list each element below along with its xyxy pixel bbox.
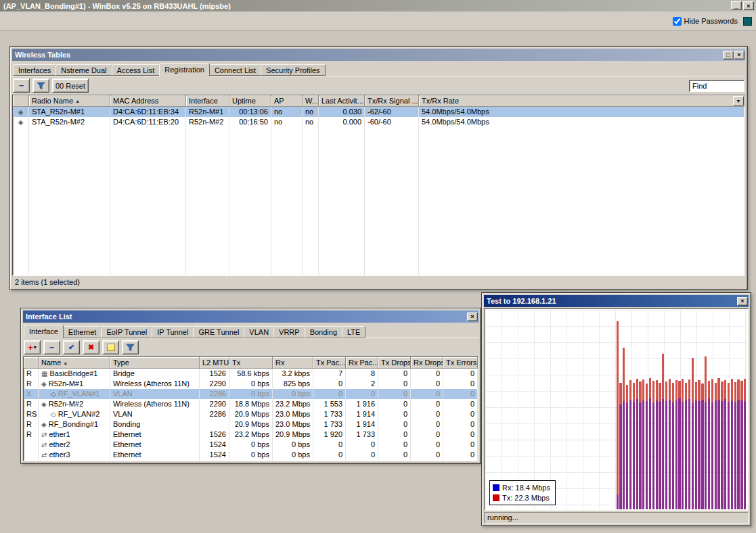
column-rx[interactable]: Rx [273, 357, 313, 368]
column-tx-errors[interactable]: Tx Errors [443, 357, 478, 368]
tab-interface[interactable]: Interface [24, 325, 64, 338]
tx-drops-cell: 0 [378, 369, 411, 379]
wireless-toolbar: − 00 Reset [12, 76, 745, 95]
column-uptime[interactable]: Uptime [229, 95, 271, 106]
rx-drops-cell: 0 [411, 430, 443, 440]
registration-row[interactable]: ◈ STA_R52n-M#1 D4:CA:6D:11:EB:34 R52n-M#… [13, 107, 744, 117]
column-tx[interactable]: Tx [229, 357, 273, 368]
interface-row[interactable]: X ◇RF_VLAN#1 VLAN 2286 0 bps 0 bps 0 0 0… [24, 389, 478, 399]
column-rate[interactable]: Tx/Rx Rate [419, 95, 744, 106]
tx-errors-cell [443, 460, 478, 461]
interface-toolbar: +▾ − ✔ ✖ [23, 338, 479, 356]
column-mac-address[interactable]: MAC Address [110, 95, 186, 106]
test-title-bar[interactable]: Test to 192.168.1.21 × [484, 295, 749, 307]
tab-registration[interactable]: Registration [159, 63, 210, 76]
disable-button[interactable]: ✖ [83, 340, 99, 354]
column-rx-packet[interactable]: Rx Pac... [346, 357, 378, 368]
interface-row[interactable]: R ◈R52n-M#1 Wireless (Atheros 11N) 2290 … [24, 379, 478, 389]
plus-icon: + [28, 344, 33, 352]
interface-title-bar[interactable]: Interface List × [23, 310, 479, 323]
tab-nstreme-dual[interactable]: Nstreme Dual [55, 64, 112, 76]
graph-bar [731, 400, 733, 509]
close-icon[interactable]: × [734, 51, 744, 60]
graph-bar [728, 402, 730, 509]
tab-lte[interactable]: LTE [342, 326, 365, 338]
column-tx-packet[interactable]: Tx Pac... [313, 357, 346, 368]
wireless-tabs: Interfaces Nstreme Dual Access List Regi… [12, 62, 745, 76]
test-status-bar: running... [484, 512, 749, 524]
interface-row[interactable]: R ⇄ether1 Ethernet 1526 23.2 Mbps 20.9 M… [24, 430, 478, 440]
tab-vrrp[interactable]: VRRP [273, 326, 305, 338]
enable-button[interactable]: ✔ [63, 340, 80, 354]
comment-icon [107, 344, 115, 351]
column-signal[interactable]: Tx/Rx Signal ... [365, 95, 419, 106]
comment-button[interactable] [102, 340, 119, 354]
column-rx-drops[interactable]: Rx Drops [411, 357, 443, 368]
tab-connect-list[interactable]: Connect List [209, 64, 261, 76]
tab-interfaces[interactable]: Interfaces [13, 64, 56, 76]
ethernet-icon: ⇄ [41, 451, 47, 459]
minimize-button[interactable]: _ [731, 1, 742, 10]
column-select-button[interactable]: ▼ [733, 96, 744, 106]
status-indicator-icon [743, 17, 752, 26]
column-tx-drops[interactable]: Tx Drops [378, 357, 411, 368]
filter-button[interactable] [122, 340, 139, 354]
tab-ip-tunnel[interactable]: IP Tunnel [152, 326, 194, 338]
tab-gre-tunnel[interactable]: GRE Tunnel [193, 326, 244, 338]
column-wds[interactable]: W... [303, 95, 319, 106]
column-interface[interactable]: Interface [186, 95, 229, 106]
flag-cell: R [24, 379, 39, 389]
rx-drops-cell: 0 [411, 389, 443, 399]
wireless-tables-window: Wireless Tables □ × Interfaces Nstreme D… [9, 46, 748, 290]
uptime-cell: 00:13:06 [229, 107, 271, 117]
registration-row[interactable]: ◈ STA_R52n-M#2 D4:CA:6D:11:EB:20 R52n-M#… [13, 117, 744, 127]
funnel-icon [126, 343, 135, 352]
tab-bonding[interactable]: Bonding [305, 326, 342, 338]
rx-cell: 0 bps [273, 389, 313, 399]
tab-vlan[interactable]: VLAN [244, 326, 274, 338]
sort-asc-icon: ▲ [63, 361, 68, 365]
name-cell: ◇RF_VLAN#1 [39, 389, 110, 399]
interface-title: Interface List [26, 312, 467, 321]
close-button[interactable]: × [743, 1, 754, 10]
close-icon[interactable]: × [467, 312, 478, 321]
column-type[interactable]: Type [110, 357, 200, 368]
add-button[interactable]: +▾ [24, 340, 41, 354]
interface-row[interactable]: ⇄ether3 Ethernet 1524 0 bps 0 bps 0 0 0 … [24, 450, 478, 460]
graph-bar [623, 401, 625, 509]
legend-rx: Rx: 18.4 Mbps [493, 482, 550, 492]
column-l2mtu[interactable]: L2 MTU [200, 357, 229, 368]
column-radio-name[interactable]: Radio Name▲ [29, 95, 110, 106]
remove-button[interactable]: − [43, 340, 60, 354]
tab-access-list[interactable]: Access List [112, 64, 160, 76]
hide-passwords-checkbox[interactable] [673, 17, 682, 26]
column-last-activity[interactable]: Last Activit... [319, 95, 365, 106]
column-ap[interactable]: AP [271, 95, 303, 106]
filter-button[interactable] [32, 78, 49, 93]
interface-table: Name▲ Type L2 MTU Tx Rx Tx Pac... Rx Pac… [23, 356, 479, 461]
reset-counters-button[interactable]: 00 Reset [52, 78, 89, 93]
interface-row[interactable]: R ◈RF_Bonding#1 Bonding 20.9 Mbps 23.0 M… [24, 419, 478, 430]
app-title-bar[interactable]: (AP_VLAN_Bonding#1) - WinBox v5.25 on RB… [0, 0, 756, 11]
interface-row[interactable]: ⇄ether2 Ethernet 1524 0 bps 0 bps 0 0 0 … [24, 440, 478, 450]
uptime-cell [229, 127, 271, 275]
rx-packet-cell: 8 [346, 369, 378, 379]
graph-bar [659, 402, 661, 509]
column-name[interactable]: Name▲ [39, 357, 110, 368]
legend-tx: Tx: 22.3 Mbps [493, 492, 550, 503]
wireless-title-bar[interactable]: Wireless Tables □ × [12, 49, 745, 61]
close-icon[interactable]: × [737, 297, 748, 306]
flag-cell: R [24, 430, 39, 440]
rx-packet-cell: 2 [346, 379, 378, 389]
find-input[interactable] [689, 80, 744, 92]
interface-row[interactable]: RS ◇RF_VLAN#2 VLAN 2286 20.9 Mbps 23.0 M… [24, 409, 478, 419]
tab-eoip-tunnel[interactable]: EoIP Tunnel [101, 326, 152, 338]
interface-row[interactable]: R ▦BasicBridge#1 Bridge 1526 58.6 kbps 3… [24, 369, 478, 379]
maximize-button[interactable]: □ [723, 51, 734, 60]
remove-button[interactable]: − [13, 78, 30, 93]
l2mtu-cell: 1524 [200, 450, 229, 460]
graph-bar [698, 401, 700, 509]
interface-row[interactable]: R ◈R52n-M#2 Wireless (Atheros 11N) 2290 … [24, 399, 478, 409]
tab-ethernet[interactable]: Ethernet [63, 326, 102, 338]
tab-security-profiles[interactable]: Security Profiles [261, 64, 325, 76]
